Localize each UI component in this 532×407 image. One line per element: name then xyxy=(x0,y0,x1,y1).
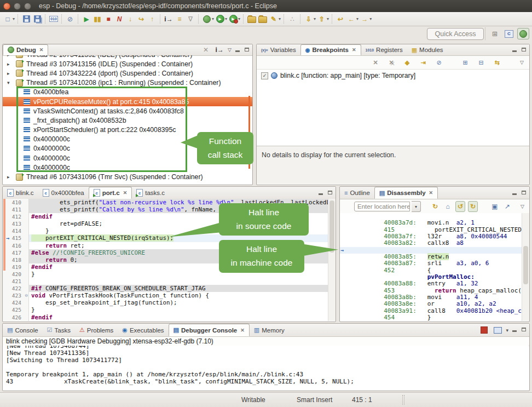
disassembly-line[interactable]: →40083a91: call8 0x40081b20 <heap_caps_m… xyxy=(340,301,522,307)
next-annotation-dropdown[interactable]: ▾ xyxy=(327,16,329,21)
run-launch-dropdown[interactable]: ▾ xyxy=(225,16,227,21)
tree-expand-arrow[interactable]: ▸ xyxy=(3,61,16,67)
back-button[interactable]: ← xyxy=(346,14,356,25)
statusbar-grip[interactable] xyxy=(402,395,404,405)
source-code-area[interactable]: →410⊖ ets_printf("Last non-recursive loc… xyxy=(3,199,328,321)
editor-gutter[interactable]: →416⊖ xyxy=(3,242,29,249)
collapse-all-button[interactable]: ⊟ xyxy=(476,57,486,68)
suspend-button[interactable]: ▮▮ xyxy=(92,14,102,25)
scrollbar-thumb[interactable] xyxy=(329,200,334,253)
tree-expand-arrow[interactable]: ▸ xyxy=(3,71,16,76)
last-edit-location-button[interactable]: ⇩ xyxy=(304,14,314,25)
debug-tree-row[interactable]: _frxt_dispatch() at 0x4008532b xyxy=(3,116,252,125)
back-dropdown[interactable]: ▾ xyxy=(356,16,358,21)
debug-tree-row[interactable]: 0x4000000c xyxy=(3,153,252,163)
home-button[interactable]: ⌂ xyxy=(443,201,453,212)
maximize-view-button[interactable] xyxy=(327,190,333,196)
forward-button[interactable]: → xyxy=(360,14,369,25)
minimize-view-button[interactable] xyxy=(511,327,518,333)
code-line[interactable]: →420⊖ } xyxy=(3,271,328,278)
new-dropdown[interactable]: ▾ xyxy=(13,16,15,21)
code-line[interactable]: →424⊖ esp_set_breakpoint_if_jtag(functio… xyxy=(3,299,328,306)
code-line[interactable]: →410⊖ ets_printf("Last non-recursive loc… xyxy=(3,199,328,206)
editor-tab[interactable]: c port.c ✕ xyxy=(89,187,132,199)
editor-tab[interactable]: c blink.c ✕ xyxy=(3,187,38,199)
next-annotation-button[interactable]: ⇧ xyxy=(317,14,327,25)
disassembly-listing[interactable]: →40083a7d: movi.n a2, 1 →415 portEXIT_CR… xyxy=(340,213,522,321)
editor-gutter[interactable]: →417⊖ xyxy=(3,249,29,256)
fold-icon[interactable]: ⊖ xyxy=(25,292,28,299)
pin-view-button[interactable]: ↗ xyxy=(502,201,512,212)
expand-all-button[interactable]: ⊞ xyxy=(460,57,470,68)
editor-vertical-scrollbar[interactable] xyxy=(328,199,336,321)
view-menu-button[interactable]: ▽ xyxy=(520,60,524,65)
minimize-view-button[interactable] xyxy=(511,190,518,196)
debug-tree-row[interactable]: 0x4000000c xyxy=(3,135,252,144)
disassembly-view-tab[interactable]: ≡ Outline ✕ xyxy=(340,187,374,199)
editor-gutter[interactable]: →410⊖ xyxy=(3,199,29,206)
maximize-view-button[interactable] xyxy=(521,47,527,53)
debug-tree-row[interactable]: ▾ Thread #5 1073410208 (ipc1 : Running) … xyxy=(3,78,252,88)
debug-tree-row[interactable]: ▸ Thread #4 1073432224 (dport) (Suspende… xyxy=(3,68,252,78)
code-line[interactable]: →419⊖ #endif xyxy=(3,263,328,271)
tab-debug[interactable]: Debug ✕ xyxy=(3,44,48,55)
editor-gutter[interactable]: →421⊖ xyxy=(3,278,29,285)
code-line[interactable]: →412⊖ #endif xyxy=(3,213,328,220)
profile-launch-dropdown[interactable]: ▾ xyxy=(238,16,240,21)
step-into-button[interactable]: ↓ xyxy=(125,14,135,25)
terminate-console-button[interactable] xyxy=(479,325,489,336)
close-icon[interactable]: ✕ xyxy=(429,190,433,196)
close-icon[interactable]: ✕ xyxy=(352,47,356,53)
cpp-perspective-button[interactable]: C xyxy=(503,28,515,39)
location-dropdown[interactable]: ▾ xyxy=(412,201,421,212)
console-view-tab[interactable]: ◉ Executables ✕ xyxy=(118,324,168,336)
editor-gutter[interactable]: →422⊖ xyxy=(3,285,29,292)
instruction-stepping-button[interactable]: i→ xyxy=(164,14,174,25)
editor-gutter[interactable]: →425⊖ xyxy=(3,306,29,313)
console-view-tab[interactable]: ▤ Console ✕ xyxy=(3,324,43,336)
search-dropdown[interactable]: ▾ xyxy=(279,16,281,21)
debug-launch-dropdown[interactable]: ▾ xyxy=(212,16,214,21)
open-resource-button[interactable] xyxy=(258,14,268,25)
step-return-button[interactable]: ↑ xyxy=(147,14,157,25)
step-over-button[interactable]: ↪ xyxy=(136,14,146,25)
show-instructions-button[interactable]: ≡ xyxy=(175,14,184,25)
link-with-debug-button[interactable]: ⇆ xyxy=(492,57,502,68)
editor-gutter[interactable]: →418⊖ xyxy=(3,256,29,263)
skip-all-breakpoints-button[interactable]: ⊘ xyxy=(434,57,444,68)
breakpoint-item[interactable]: ✓ blink.c [function: app_main] [type: Te… xyxy=(257,70,529,79)
editor-gutter[interactable]: →419⊖ xyxy=(3,263,29,271)
code-line[interactable]: →422⊖ #if CONFIG_FREERTOS_BREAK_ON_SCHED… xyxy=(3,285,328,292)
remove-breakpoint-button[interactable]: ✕ xyxy=(371,57,380,68)
editor-tab[interactable]: c 0x4000bfea ✕ xyxy=(38,187,89,199)
code-line[interactable]: →416⊖ return ret; xyxy=(3,242,328,249)
open-new-view-button[interactable]: ▣ xyxy=(490,201,500,212)
display-console-button[interactable] xyxy=(493,325,502,336)
console-view-tab[interactable]: ☑ Tasks ✕ xyxy=(43,324,75,336)
disassembly-line[interactable]: →40083a87: srli a3, a0, 6 xyxy=(340,254,522,260)
back-to-last-edit-button[interactable]: ↩ xyxy=(336,14,345,25)
disconnect-button[interactable]: N xyxy=(114,14,124,25)
disassembly-line[interactable]: →40083a8b: movi a11, 4 xyxy=(340,288,522,294)
disassembly-line[interactable]: →40083a82: callx8 a8 xyxy=(340,233,522,240)
view-menu-button[interactable]: ▽ xyxy=(521,204,524,209)
editor-gutter[interactable]: →414⊖ xyxy=(3,227,29,234)
forward-dropdown[interactable]: ▾ xyxy=(369,16,372,21)
console-view-tab[interactable]: ⚠ Problems ✕ xyxy=(75,324,118,336)
console-view-tab[interactable]: ▥ Memory ✕ xyxy=(250,324,289,336)
editor-tab[interactable]: c tasks.c ✕ xyxy=(132,187,169,199)
code-line[interactable]: →413⊖ ret=pdFALSE; xyxy=(3,220,328,227)
save-all-button[interactable] xyxy=(32,14,42,25)
sync-with-debug-toggle[interactable]: ↻ xyxy=(468,201,478,212)
maximize-window-button[interactable] xyxy=(24,3,31,10)
code-line[interactable]: →411⊖ ets_printf("Called by %s line %d\n… xyxy=(3,206,328,213)
skip-all-breakpoints-button[interactable]: ⊘ xyxy=(65,14,75,25)
close-window-button[interactable] xyxy=(3,3,10,10)
editor-gutter[interactable]: →412⊖ xyxy=(3,213,29,220)
location-input[interactable]: Enter location here xyxy=(354,202,410,211)
minimize-view-button[interactable] xyxy=(234,47,241,53)
editor-gutter[interactable]: →423⊖ xyxy=(3,292,29,299)
editor-gutter[interactable]: →415⊖ xyxy=(3,234,29,242)
refresh-button[interactable]: ↻ xyxy=(430,201,440,212)
disassembly-line[interactable]: →453 return heap_caps_malloc(xWantedSize xyxy=(340,280,522,287)
